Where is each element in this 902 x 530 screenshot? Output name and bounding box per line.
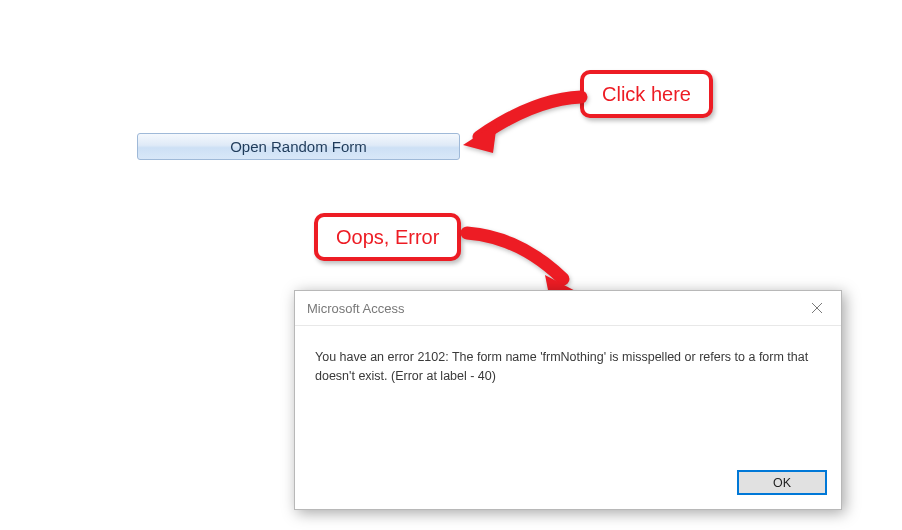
dialog-title: Microsoft Access xyxy=(307,301,795,316)
annotation-oops-error: Oops, Error xyxy=(314,213,461,261)
arrow-icon xyxy=(459,89,599,159)
dialog-titlebar[interactable]: Microsoft Access xyxy=(295,291,841,326)
close-icon xyxy=(811,302,823,314)
open-random-form-button[interactable]: Open Random Form xyxy=(137,133,460,160)
dialog-button-row: OK xyxy=(737,470,827,495)
ok-button[interactable]: OK xyxy=(737,470,827,495)
error-dialog: Microsoft Access You have an error 2102:… xyxy=(294,290,842,510)
svg-marker-0 xyxy=(463,123,497,153)
annotation-click-here: Click here xyxy=(580,70,713,118)
close-button[interactable] xyxy=(795,293,839,323)
dialog-message: You have an error 2102: The form name 'f… xyxy=(295,326,841,386)
